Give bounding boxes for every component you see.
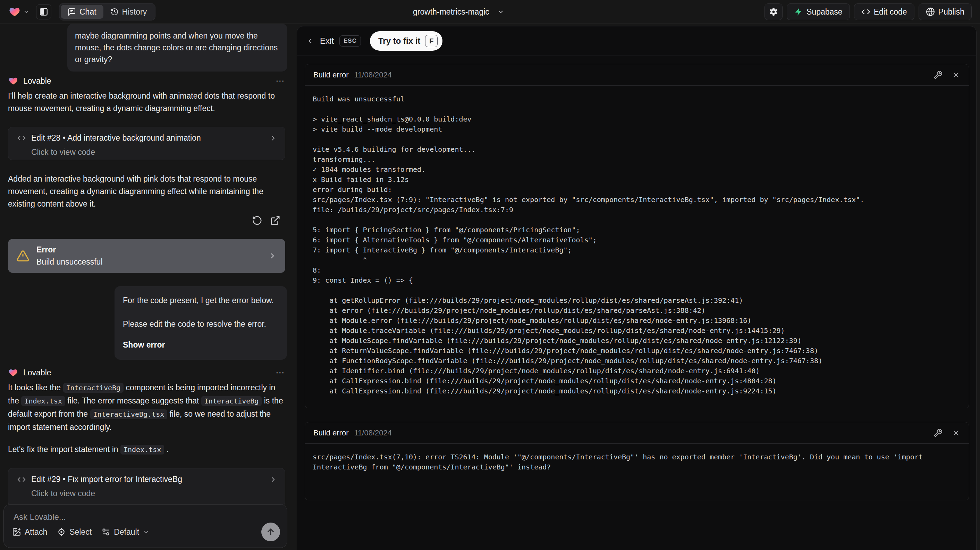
project-switcher[interactable]: growth-metrics-magic bbox=[413, 0, 504, 24]
try-to-fix-button[interactable]: Try to fix it F bbox=[370, 31, 442, 51]
console-line: > vite build --mode development bbox=[313, 124, 961, 134]
console-line: at FunctionBodyScope.findVariable (file:… bbox=[313, 356, 961, 366]
assistant-fix-text-2: Let's fix the import statement in Index.… bbox=[8, 443, 286, 456]
console-line: 9: const Index = () => { bbox=[313, 275, 961, 285]
build-error-date: 11/08/2024 bbox=[354, 70, 391, 80]
arrow-up-icon bbox=[266, 527, 275, 537]
exit-label: Exit bbox=[320, 36, 334, 46]
close-icon[interactable] bbox=[951, 429, 961, 437]
chevron-down-icon bbox=[497, 8, 504, 16]
error-card-title: Error bbox=[37, 245, 103, 255]
error-card-subtitle: Build unsuccessful bbox=[37, 257, 103, 267]
select-label: Select bbox=[69, 528, 92, 537]
more-options-icon[interactable]: ⋯ bbox=[275, 367, 285, 378]
console-line: at ModuleScope.findVariable (file:///bui… bbox=[313, 336, 961, 346]
history-icon bbox=[110, 8, 119, 16]
assistant-header: Lovable ⋯ bbox=[8, 75, 285, 87]
publish-button[interactable]: Publish bbox=[919, 3, 972, 20]
console-line: x Build failed in 3.12s bbox=[313, 175, 961, 185]
supabase-icon bbox=[794, 7, 803, 16]
console-line: 5: import { PricingSection } from "@/com… bbox=[313, 225, 961, 235]
wrench-icon[interactable] bbox=[934, 70, 942, 80]
send-button[interactable] bbox=[261, 523, 280, 541]
topbar-left: Chat History bbox=[8, 0, 156, 24]
code-icon bbox=[18, 475, 26, 484]
composer: Attach Select Default bbox=[3, 504, 287, 548]
attach-button[interactable]: Attach bbox=[12, 528, 47, 537]
assistant-name: Lovable bbox=[23, 77, 51, 86]
chevron-down-icon bbox=[23, 8, 30, 15]
settings-button[interactable] bbox=[765, 3, 783, 20]
console-line: at getRollupError (file:///builds/29/pro… bbox=[313, 295, 961, 306]
tab-history[interactable]: History bbox=[103, 5, 154, 19]
build-error-title: Build error bbox=[313, 429, 348, 437]
build-error-card[interactable]: Error Build unsuccessful bbox=[8, 239, 285, 273]
restore-icon[interactable] bbox=[252, 215, 262, 226]
console-line: at error (file:///builds/29/project/node… bbox=[313, 306, 961, 316]
console-line: ✓ 1844 modules transformed. bbox=[313, 164, 961, 175]
console-line: at CallExpression.bind (file:///builds/2… bbox=[313, 386, 961, 396]
console-output: src/pages/Index.tsx(7,10): error TS2614:… bbox=[305, 444, 969, 481]
tab-history-label: History bbox=[122, 7, 147, 17]
console-line bbox=[313, 285, 961, 295]
show-error-link[interactable]: Show error bbox=[123, 339, 278, 351]
supabase-label: Supabase bbox=[807, 7, 843, 17]
preview-header: Exit ESC Try to fix it F bbox=[297, 26, 976, 56]
console-line: Build was unsuccessful bbox=[313, 94, 961, 104]
wrench-icon[interactable] bbox=[934, 429, 942, 437]
exit-button[interactable]: Exit ESC bbox=[306, 35, 361, 46]
heart-logo-icon bbox=[8, 76, 18, 86]
sidebar-toggle-button[interactable] bbox=[36, 4, 51, 19]
console-line: src/pages/Index.tsx (7:9): "InteractiveB… bbox=[313, 195, 961, 205]
build-error-date: 11/08/2024 bbox=[354, 429, 391, 437]
console-line: at Module.error (file:///builds/29/proje… bbox=[313, 316, 961, 326]
external-link-icon[interactable] bbox=[270, 215, 280, 226]
try-to-fix-label: Try to fix it bbox=[378, 36, 420, 46]
console-line: transforming... bbox=[313, 155, 961, 164]
chat-panel: maybe diagramming points and when you mo… bbox=[0, 24, 294, 550]
chat-input[interactable] bbox=[14, 512, 270, 522]
chevron-right-icon bbox=[268, 251, 277, 260]
preview-panel: Exit ESC Try to fix it F Build error 11/… bbox=[297, 26, 977, 550]
sliders-icon bbox=[101, 528, 110, 536]
code-icon bbox=[861, 7, 870, 16]
console-line: 7: import { InteractiveBg } from "@/comp… bbox=[313, 245, 961, 255]
target-icon bbox=[57, 528, 66, 536]
edit-28-row: Edit #28 • Add interactive background an… bbox=[18, 133, 277, 143]
console-line: vite v5.4.6 building for development... bbox=[313, 144, 961, 155]
warning-triangle-icon bbox=[16, 249, 30, 263]
edit-29-title: Edit #29 • Fix import error for Interact… bbox=[31, 475, 182, 484]
message-actions bbox=[252, 215, 280, 226]
chat-bubble-icon bbox=[68, 8, 76, 16]
edit-28-card[interactable]: Edit #28 • Add interactive background an… bbox=[8, 127, 285, 160]
panel-left-icon bbox=[39, 7, 48, 16]
chat-history-tabgroup: Chat History bbox=[59, 3, 156, 21]
globe-icon bbox=[926, 7, 935, 16]
tab-chat-label: Chat bbox=[80, 7, 97, 17]
build-error-panel-1: Build error 11/08/2024 Build was unsucce… bbox=[305, 64, 969, 408]
more-options-icon[interactable]: ⋯ bbox=[275, 76, 285, 86]
build-error-header: Build error 11/08/2024 bbox=[305, 64, 969, 86]
edit-28-subtitle: Click to view code bbox=[31, 148, 277, 157]
project-name: growth-metrics-magic bbox=[413, 7, 489, 17]
tab-chat[interactable]: Chat bbox=[61, 5, 103, 19]
edit-code-button[interactable]: Edit code bbox=[854, 3, 915, 20]
select-button[interactable]: Select bbox=[57, 528, 92, 537]
supabase-button[interactable]: Supabase bbox=[787, 3, 850, 20]
chevron-right-icon bbox=[269, 134, 277, 142]
user-message-line: For the code present, I get the error be… bbox=[123, 295, 278, 306]
image-plus-icon bbox=[12, 528, 21, 536]
console-line: at Identifier.bind (file:///builds/29/pr… bbox=[313, 366, 961, 376]
edit-29-card[interactable]: Edit #29 • Fix import error for Interact… bbox=[8, 468, 285, 506]
console-output: Build was unsuccessful> vite_react_shadc… bbox=[305, 86, 969, 405]
user-message: For the code present, I get the error be… bbox=[115, 286, 287, 360]
heart-logo-icon bbox=[8, 6, 21, 18]
chevron-down-icon bbox=[143, 528, 150, 536]
attach-label: Attach bbox=[25, 528, 47, 537]
console-line: file: /builds/29/project/src/pages/Index… bbox=[313, 205, 961, 215]
mode-dropdown[interactable]: Default bbox=[101, 528, 150, 537]
close-icon[interactable] bbox=[951, 70, 961, 80]
lovable-logo-menu[interactable] bbox=[8, 6, 30, 18]
console-line: 6: import { AlternativeTools } from "@/c… bbox=[313, 235, 961, 245]
assistant-summary-text: Added an interactive background with pin… bbox=[8, 172, 286, 210]
